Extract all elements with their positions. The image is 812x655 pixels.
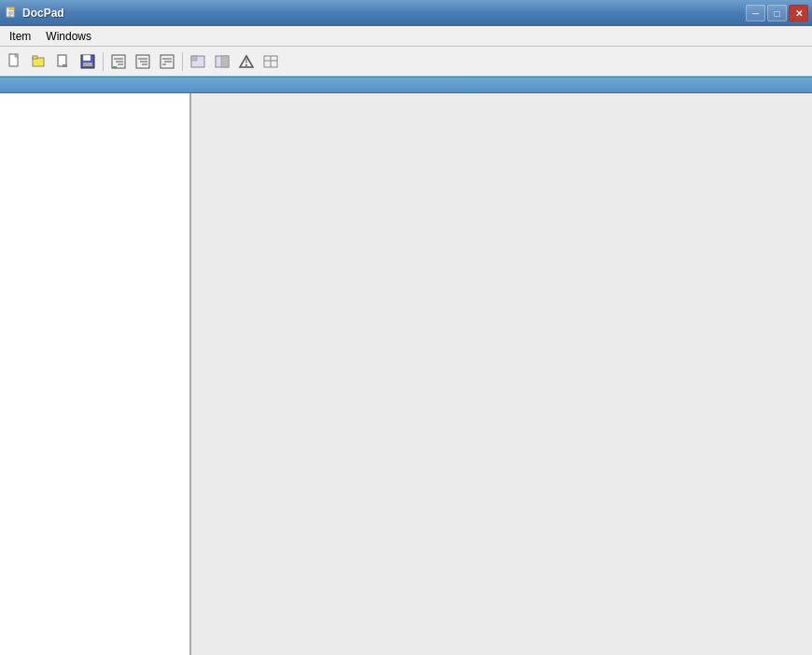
outline1-button[interactable] [107,50,130,73]
main-content [0,93,812,655]
app-title: DocPad [22,7,64,20]
outline1-icon [110,53,127,70]
nav2-icon [214,53,231,70]
outline2-button[interactable] [132,50,154,73]
menu-bar: Item Windows [0,26,812,47]
svg-rect-13 [83,63,92,66]
left-panel [0,93,191,655]
close-button[interactable]: ✕ [789,5,808,21]
svg-rect-28 [191,56,197,61]
title-bar: DocPad ─ □ ✕ [0,0,812,26]
nav1-icon [189,53,206,70]
reopen-icon [55,53,72,70]
title-bar-left: DocPad [4,6,64,21]
svg-point-33 [245,64,247,66]
svg-rect-1 [8,7,14,10]
nav1-button[interactable] [187,50,209,73]
title-bar-buttons: ─ □ ✕ [746,5,808,21]
nav3-button[interactable] [235,50,258,73]
save-icon [79,53,96,70]
svg-rect-30 [221,56,229,67]
open-button[interactable] [28,50,50,73]
outline3-icon [159,53,175,70]
new-doc-icon [7,53,23,70]
menu-item-windows[interactable]: Windows [38,28,99,45]
app-icon [4,6,19,21]
menu-item-item[interactable]: Item [2,28,38,45]
ribbon [0,77,812,93]
save-button[interactable] [77,50,99,73]
minimize-button[interactable]: ─ [746,5,765,21]
nav4-icon [262,53,279,70]
open-icon [31,53,48,70]
reopen-button[interactable] [52,50,75,73]
svg-rect-8 [33,56,37,59]
right-panel [191,93,812,655]
nav3-icon [238,53,255,70]
outline3-button[interactable] [156,50,178,73]
toolbar-separator-1 [103,52,104,71]
toolbar-separator-2 [182,52,183,71]
new-button[interactable] [4,50,26,73]
nav4-button[interactable] [259,50,282,73]
maximize-button[interactable]: □ [767,5,787,21]
toolbar [0,47,812,77]
outline2-icon [134,53,151,70]
svg-rect-18 [113,66,117,68]
nav2-button[interactable] [211,50,233,73]
svg-rect-12 [83,55,91,61]
